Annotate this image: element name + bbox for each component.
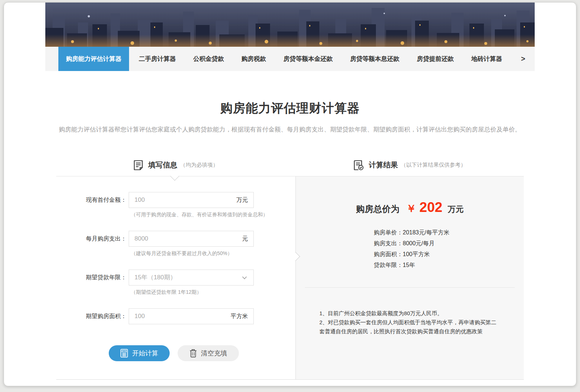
form-section-note: （均为必填项）: [180, 162, 218, 168]
monthly-payment-field: 每月购房支出： 元 （建议每月还贷金额不要超过月收入的50%）: [56, 231, 295, 257]
clear-button-label: 清空充填: [201, 349, 227, 358]
total-price-value: 202: [419, 200, 442, 215]
house-area-row: 购房面积：100平方米: [374, 249, 524, 260]
down-payment-field: 现有首付金额： 万元 （可用于购房的现金、存款、有价证券和筹借到的资金总和）: [56, 192, 295, 218]
down-payment-unit: 万元: [236, 192, 248, 208]
results-section-note: （以下计算结果仅供参考）: [401, 162, 466, 168]
area-field: 期望购房面积： 平方米: [56, 308, 295, 324]
policy-note-1: 1、目前广州公积金贷款最高额度为80万元人民币。: [319, 309, 497, 318]
unit-price-row: 购房单价：20183元/每平方米: [374, 227, 524, 238]
monthly-payment-unit: 元: [242, 231, 248, 246]
loan-term-label: 期望贷款年限：: [56, 274, 129, 282]
tab-equal-principal[interactable]: 房贷等额本金还款: [276, 47, 340, 71]
form-section-title: 填写信息: [148, 160, 177, 170]
city-skyline-image: [45, 3, 535, 47]
total-price-unit: 万元: [448, 205, 464, 214]
monthly-spend-row: 购房支出：8000元/每月: [374, 238, 524, 249]
calculator-tabbar: 购房能力评估计算器 二手房计算器 公积金贷款 购房税款 房贷等额本金还款 房贷等…: [45, 47, 535, 71]
tab-affordability-calculator[interactable]: 购房能力评估计算器: [58, 47, 129, 71]
section-headers: 填写信息 （均为必填项） 计算结果 （以下计算结果仅供参考）: [56, 154, 524, 176]
area-label: 期望购房面积：: [56, 313, 129, 320]
currency-symbol: ￥: [406, 203, 417, 214]
clear-button[interactable]: 清空充填: [178, 345, 239, 361]
form-panel: 现有首付金额： 万元 （可用于购房的现金、存款、有价证券和筹借到的资金总和） 每…: [56, 176, 295, 379]
area-unit: 平方米: [231, 309, 248, 324]
page-description: 购房能力评估计算器帮您计算评估您家庭或个人购房贷款能力，根据现有首付金额、每月购…: [56, 124, 524, 135]
tab-purchase-tax[interactable]: 购房税款: [234, 47, 274, 71]
calculate-button[interactable]: 开始计算: [109, 345, 170, 361]
tab-equal-installment[interactable]: 房贷等额本息还款: [343, 47, 407, 71]
tab-provident-fund-loan[interactable]: 公积金贷款: [186, 47, 232, 71]
page-title: 购房能力评估理财计算器: [45, 100, 535, 117]
tab-secondhand-calculator[interactable]: 二手房计算器: [131, 47, 183, 71]
form-buttons: 开始计算 清空充填: [56, 345, 295, 361]
results-divider: [305, 287, 515, 288]
policy-note-2: 2、对已贷款购买一套住房但人均面积低于当地平均水平，再申请购买第二套普通自住房的…: [319, 318, 497, 336]
down-payment-input[interactable]: [129, 192, 253, 208]
results-section-title: 计算结果: [369, 160, 398, 170]
city-skyline-banner: [45, 3, 535, 47]
document-check-icon: [353, 160, 364, 171]
intro-section: 购房能力评估理财计算器 购房能力评估计算器帮您计算评估您家庭或个人购房贷款能力，…: [45, 71, 535, 135]
loan-term-select[interactable]: 15年（180期）: [129, 270, 254, 285]
document-icon: [133, 160, 143, 171]
loan-term-hint: （期望偿还贷款年限 1年12期）: [131, 289, 295, 296]
policy-notes: 1、目前广州公积金贷款最高额度为80万元人民币。 2、对已贷款购买一套住房但人均…: [319, 309, 497, 336]
tab-floor-tile-calculator[interactable]: 地砖计算器: [464, 47, 510, 71]
chevron-down-icon: [242, 275, 247, 280]
calculator-icon: [120, 349, 128, 358]
monthly-payment-label: 每月购房支出：: [56, 235, 129, 243]
result-details: 购房单价：20183元/每平方米 购房支出：8000元/每月 购房面积：100平…: [374, 227, 524, 271]
calculator-body: 现有首付金额： 万元 （可用于购房的现金、存款、有价证券和筹借到的资金总和） 每…: [56, 176, 524, 380]
total-price-line: 购房总价为 ￥ 202 万元: [296, 200, 524, 216]
tabs-more-arrow-icon[interactable]: >: [519, 55, 535, 63]
loan-term-field: 期望贷款年限： 15年（180期） （期望偿还贷款年限 1年12期）: [56, 270, 295, 296]
tab-early-repayment[interactable]: 房贷提前还款: [409, 47, 461, 71]
total-price-label: 购房总价为: [356, 204, 399, 214]
down-payment-hint: （可用于购房的现金、存款、有价证券和筹借到的资金总和）: [131, 212, 295, 218]
results-section-header: 计算结果 （以下计算结果仅供参考）: [295, 154, 524, 176]
monthly-payment-hint: （建议每月还贷金额不要超过月收入的50%）: [131, 250, 295, 257]
results-panel: 购房总价为 ￥ 202 万元 购房单价：20183元/每平方米 购房支出：800…: [295, 176, 524, 379]
calculate-button-label: 开始计算: [132, 349, 158, 358]
monthly-payment-input[interactable]: [129, 231, 253, 246]
down-payment-label: 现有首付金额：: [56, 196, 129, 204]
loan-years-row: 贷款年限：15年: [374, 260, 524, 271]
browser-window: 购房能力评估计算器 二手房计算器 公积金贷款 购房税款 房贷等额本金还款 房贷等…: [4, 2, 576, 386]
loan-term-value: 15年（180期）: [134, 274, 176, 281]
trash-icon: [190, 349, 197, 358]
